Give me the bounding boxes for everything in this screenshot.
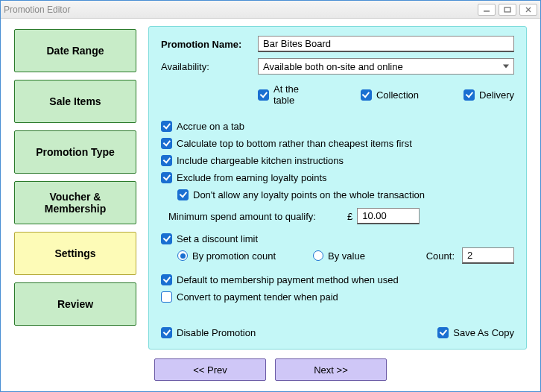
checkbox-label: Calculate top to bottom rather than chea… <box>177 138 412 149</box>
checkbox-label: At the table <box>273 83 316 106</box>
channel-delivery[interactable]: Delivery <box>464 83 514 106</box>
maximize-button[interactable] <box>499 4 516 16</box>
radio-label: By promotion count <box>192 250 276 262</box>
checkbox-label: Don't allow any loyalty points on the wh… <box>193 189 425 200</box>
currency-label: £ <box>347 211 352 222</box>
channel-at-table[interactable]: At the table <box>258 83 316 106</box>
checkbox-label: Delivery <box>479 89 514 101</box>
sidebar-item-label: Date Range <box>46 45 104 57</box>
availability-label: Availability: <box>161 61 258 72</box>
radio-icon <box>313 250 323 261</box>
sidebar-item-label: Voucher & Membership <box>18 191 133 215</box>
checkbox-icon <box>258 89 269 101</box>
prev-button[interactable]: << Prev <box>154 358 266 381</box>
checkbox-icon <box>161 274 172 285</box>
checkbox-label: Set a discount limit <box>177 233 258 244</box>
include-kitchen-checkbox[interactable]: Include chargeable kitchen instructions <box>161 155 514 166</box>
checkbox-icon <box>161 291 172 303</box>
checkbox-label: Collection <box>376 89 419 101</box>
disable-promotion-checkbox[interactable]: Disable Promotion <box>161 327 256 338</box>
titlebar: Promotion Editor <box>1 1 540 19</box>
sidebar-item-label: Promotion Type <box>36 146 115 158</box>
sidebar-item-sale-items[interactable]: Sale Items <box>14 80 136 123</box>
checkbox-label: Include chargeable kitchen instructions <box>177 155 344 166</box>
checkbox-icon <box>161 155 172 166</box>
bottom-bar: << Prev Next >> <box>14 350 527 381</box>
min-spend-label: Minimum spend amount to qualify: <box>168 211 347 222</box>
checkbox-icon <box>161 233 172 244</box>
checkbox-icon <box>161 138 172 149</box>
minimize-button[interactable] <box>478 4 496 16</box>
next-button[interactable]: Next >> <box>275 358 387 381</box>
checkbox-label: Default to membership payment method whe… <box>177 274 399 285</box>
no-loyalty-whole-checkbox[interactable]: Don't allow any loyalty points on the wh… <box>177 189 514 200</box>
svg-rect-1 <box>504 7 510 12</box>
by-value-radio[interactable]: By value <box>313 250 365 262</box>
checkbox-label: Disable Promotion <box>177 327 256 338</box>
checkbox-icon <box>464 89 475 101</box>
sidebar-item-review[interactable]: Review <box>14 282 136 326</box>
checkbox-label: Exclude from earning loyalty points <box>177 172 327 183</box>
sidebar-item-settings[interactable]: Settings <box>14 232 136 275</box>
promotion-name-input[interactable] <box>258 36 514 52</box>
min-spend-input[interactable] <box>357 208 420 224</box>
channel-collection[interactable]: Collection <box>361 83 419 106</box>
checkbox-icon <box>161 121 172 132</box>
checkbox-icon <box>361 89 372 101</box>
button-label: << Prev <box>193 364 227 376</box>
sidebar-item-label: Settings <box>54 247 95 259</box>
button-label: Next >> <box>314 364 348 376</box>
count-input[interactable] <box>462 247 514 264</box>
checkbox-icon <box>177 189 189 200</box>
checkbox-label: Save As Copy <box>453 327 514 338</box>
availability-value: Available both on-site and online <box>263 61 403 72</box>
settings-panel: Promotion Name: Availability: Available … <box>148 26 527 350</box>
checkbox-icon <box>437 327 449 338</box>
sidebar-item-label: Sale Items <box>49 95 101 107</box>
sidebar-item-date-range[interactable]: Date Range <box>14 29 136 72</box>
convert-tender-checkbox[interactable]: Convert to payment tender when paid <box>161 291 514 303</box>
sidebar: Date Range Sale Items Promotion Type Vou… <box>14 26 136 350</box>
top-to-bottom-checkbox[interactable]: Calculate top to bottom rather than chea… <box>161 138 514 149</box>
sidebar-item-promotion-type[interactable]: Promotion Type <box>14 130 136 174</box>
window-title: Promotion Editor <box>4 4 70 15</box>
radio-icon <box>177 250 188 261</box>
exclude-loyalty-checkbox[interactable]: Exclude from earning loyalty points <box>161 172 514 183</box>
close-button[interactable] <box>519 4 537 16</box>
availability-select[interactable]: Available both on-site and online <box>258 58 514 75</box>
save-as-copy-checkbox[interactable]: Save As Copy <box>437 327 514 338</box>
checkbox-label: Convert to payment tender when paid <box>177 291 338 303</box>
radio-label: By value <box>328 250 365 262</box>
checkbox-icon <box>161 172 172 183</box>
checkbox-icon <box>161 327 172 338</box>
set-discount-limit-checkbox[interactable]: Set a discount limit <box>161 233 514 244</box>
by-promo-count-radio[interactable]: By promotion count <box>177 250 276 262</box>
default-membership-checkbox[interactable]: Default to membership payment method whe… <box>161 274 514 285</box>
promotion-name-label: Promotion Name: <box>161 39 258 50</box>
sidebar-item-label: Review <box>57 298 93 310</box>
count-label: Count: <box>426 250 455 262</box>
checkbox-label: Accrue on a tab <box>177 121 244 132</box>
sidebar-item-voucher-membership[interactable]: Voucher & Membership <box>14 181 136 224</box>
accrue-tab-checkbox[interactable]: Accrue on a tab <box>161 121 514 132</box>
